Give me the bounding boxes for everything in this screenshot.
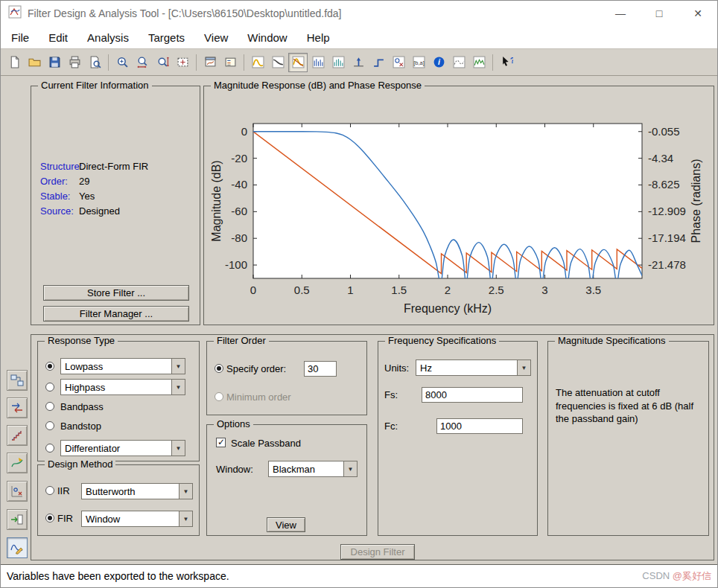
legend-button[interactable] <box>220 53 240 72</box>
magnitude-response-button[interactable] <box>248 53 267 72</box>
chevron-down-icon[interactable] <box>171 441 185 456</box>
bandstop-label: Bandstop <box>60 421 101 432</box>
window-combo[interactable]: Blackman <box>268 461 358 477</box>
save-session-button[interactable] <box>45 53 64 72</box>
sidebar-quantization-button[interactable] <box>7 425 28 446</box>
svg-text:[b,a]: [b,a] <box>413 60 424 66</box>
scale-passband-checkbox[interactable] <box>216 438 226 447</box>
watermark: CSDN @奚好信 <box>642 569 711 583</box>
impulse-response-button[interactable] <box>349 53 368 72</box>
zoom-y-button[interactable] <box>153 53 172 72</box>
toolbar-separator <box>241 54 247 71</box>
print-preview-button[interactable] <box>85 53 104 72</box>
fs-input[interactable] <box>422 387 523 403</box>
magnitude-and-phase-response-button[interactable] <box>288 53 308 72</box>
svg-text:-80: -80 <box>231 231 247 244</box>
group-title: Magnitude Specifications <box>555 335 669 346</box>
svg-text:0: 0 <box>241 125 247 138</box>
whats-this-help-button[interactable]: ? <box>497 53 516 72</box>
highpass-radio[interactable] <box>45 383 54 392</box>
specify-order-input[interactable] <box>304 361 337 377</box>
sidebar-import-filter-button[interactable] <box>7 509 28 530</box>
sidebar-multirate-filter-button[interactable] <box>7 397 28 418</box>
statusbar: Variables have been exported to the work… <box>1 564 717 587</box>
menu-window[interactable]: Window <box>247 31 287 44</box>
toolbar-separator <box>193 54 200 71</box>
svg-text:0: 0 <box>250 284 256 296</box>
filter-coefficients-button[interactable]: [b,a] <box>409 53 428 72</box>
group-title: Frequency Specifications <box>385 335 499 346</box>
sidebar-transform-filter-button[interactable] <box>7 453 28 473</box>
view-button[interactable]: View <box>267 517 305 532</box>
highpass-combo[interactable]: Highpass <box>60 379 185 395</box>
differentiator-combo[interactable]: Differentiator <box>60 440 185 456</box>
full-view-button[interactable] <box>173 53 192 72</box>
close-button[interactable]: ✕ <box>679 1 717 26</box>
chevron-down-icon[interactable] <box>171 380 185 394</box>
menu-help[interactable]: Help <box>307 31 330 44</box>
svg-text:?: ? <box>509 56 512 65</box>
svg-text:3.5: 3.5 <box>585 284 601 296</box>
differentiator-radio[interactable] <box>45 444 54 453</box>
svg-text:-40: -40 <box>231 178 247 191</box>
round-off-noise-power-spectrum-button[interactable] <box>469 53 489 72</box>
menu-view[interactable]: View <box>204 31 228 44</box>
chevron-down-icon[interactable] <box>179 484 192 499</box>
titlebar: Filter Design & Analysis Tool - [C:\User… <box>1 1 717 26</box>
phase-response-button[interactable] <box>268 53 287 72</box>
magnitude-response-estimate-button[interactable] <box>449 53 468 72</box>
zoom-x-button[interactable] <box>133 53 152 72</box>
design-filter-button[interactable]: Design Filter <box>340 544 415 560</box>
lowpass-radio[interactable] <box>45 362 54 371</box>
new-session-button[interactable] <box>4 53 24 72</box>
iir-label: IIR <box>57 485 70 496</box>
design-panel: Response Type Lowpass Highpass Bandpass … <box>31 334 714 560</box>
phase-delay-button[interactable] <box>328 53 348 72</box>
minimum-order-label: Minimum order <box>226 392 291 403</box>
filter-information-button[interactable]: i <box>429 53 448 72</box>
stable-value: Yes <box>79 191 95 202</box>
chevron-down-icon[interactable] <box>343 461 357 476</box>
fir-radio[interactable] <box>45 514 54 523</box>
sidebar-design-filter-button[interactable] <box>7 537 28 558</box>
store-filter-button[interactable]: Store Filter ... <box>43 285 189 301</box>
maximize-button[interactable]: □ <box>640 1 679 26</box>
fir-label: FIR <box>57 513 73 524</box>
chevron-down-icon[interactable] <box>171 359 185 374</box>
magnitude-specifications-group: Magnitude Specifications The attenuation… <box>547 341 709 536</box>
filter-order-group: Filter Order Specify order: Minimum orde… <box>206 341 367 415</box>
minimize-button[interactable]: — <box>601 1 640 26</box>
group-delay-button[interactable] <box>308 53 328 72</box>
fc-input[interactable] <box>436 418 523 434</box>
fdatool-window: Filter Design & Analysis Tool - [C:\User… <box>0 0 718 588</box>
bandstop-radio[interactable] <box>45 421 54 430</box>
menu-targets[interactable]: Targets <box>148 31 185 44</box>
sidebar-realize-model-button[interactable] <box>7 370 28 391</box>
print-to-figure-button[interactable] <box>200 53 220 72</box>
sidebar-pole-zero-editor-button[interactable] <box>7 481 28 502</box>
minimum-order-radio[interactable] <box>215 392 223 401</box>
iir-method-combo[interactable]: Butterworth <box>81 483 193 499</box>
step-response-button[interactable] <box>369 53 388 72</box>
menu-edit[interactable]: Edit <box>48 31 68 44</box>
lowpass-combo[interactable]: Lowpass <box>60 358 185 374</box>
chevron-down-icon[interactable] <box>179 511 192 526</box>
print-button[interactable] <box>65 53 84 72</box>
bandpass-radio[interactable] <box>45 402 54 411</box>
chevron-down-icon[interactable] <box>517 360 530 375</box>
toolbar-separator <box>489 54 496 71</box>
menu-file[interactable]: File <box>11 31 29 44</box>
app-icon <box>8 5 22 22</box>
iir-radio[interactable] <box>45 486 54 495</box>
zoom-in-button[interactable] <box>112 53 132 72</box>
units-combo[interactable]: Hz <box>416 359 531 376</box>
svg-text:3: 3 <box>541 284 547 296</box>
specify-order-radio[interactable] <box>215 364 223 373</box>
fir-method-combo[interactable]: Window <box>81 511 193 527</box>
magnitude-phase-response-panel: Magnitude Response (dB) and Phase Respon… <box>203 86 714 325</box>
svg-text:-8.625: -8.625 <box>648 178 680 191</box>
filter-manager-button[interactable]: Filter Manager ... <box>43 306 189 322</box>
open-session-button[interactable] <box>25 53 44 72</box>
pole-zero-plot-button[interactable] <box>389 53 408 72</box>
menu-analysis[interactable]: Analysis <box>87 31 129 44</box>
